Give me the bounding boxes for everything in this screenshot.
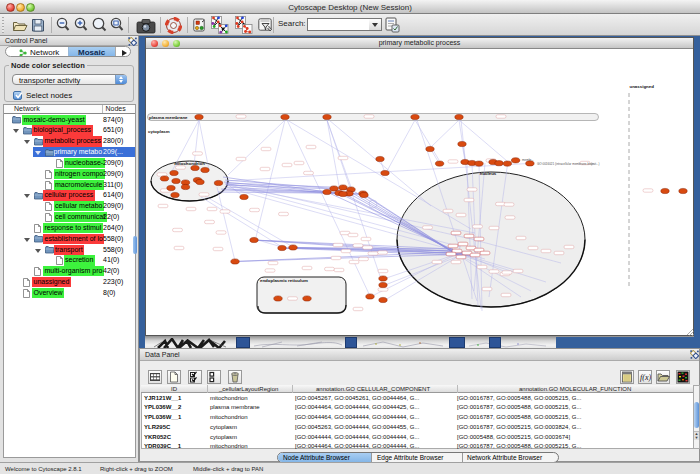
svg-text:nucleus: nucleus — [480, 171, 497, 176]
svg-text:GO:0016021 (intracellular memb: GO:0016021 (intracellular membrane-bou..… — [537, 162, 595, 166]
svg-text:plasma membrane: plasma membrane — [149, 115, 188, 120]
svg-text:f(x): f(x) — [640, 373, 651, 382]
svg-text:endoplasmic reticulum: endoplasmic reticulum — [260, 278, 308, 283]
svg-text:membr...: membr... — [522, 158, 534, 162]
svg-text:(mit...): (mit...) — [591, 162, 600, 166]
svg-text:mitochondrion: mitochondrion — [174, 161, 205, 166]
svg-text:unassigned: unassigned — [630, 84, 655, 89]
svg-text:cytoplasm: cytoplasm — [148, 129, 170, 134]
